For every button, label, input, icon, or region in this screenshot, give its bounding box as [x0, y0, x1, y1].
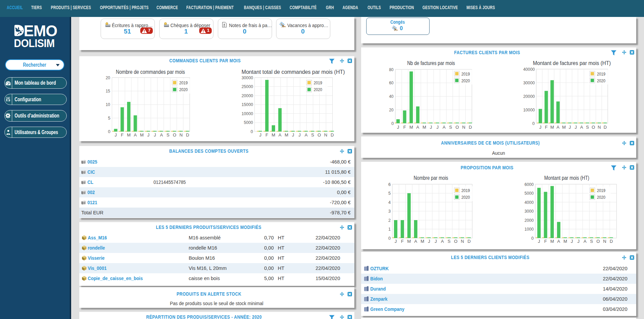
svg-text:F: F — [121, 132, 124, 137]
svg-text:40: 40 — [389, 94, 394, 99]
svg-text:J: J — [571, 239, 573, 244]
svg-text:F: F — [544, 239, 547, 244]
svg-text:5000: 5000 — [524, 191, 534, 196]
svg-text:D: D — [186, 132, 189, 137]
svg-text:2: 2 — [388, 218, 391, 223]
svg-text:2020: 2020 — [597, 195, 605, 200]
svg-text:15: 15 — [106, 88, 110, 93]
svg-text:30000: 30000 — [523, 80, 535, 85]
svg-text:A: A — [442, 125, 445, 130]
svg-text:0: 0 — [251, 129, 253, 134]
svg-text:20: 20 — [389, 107, 394, 112]
svg-text:N: N — [461, 239, 464, 244]
svg-text:A: A — [134, 132, 137, 137]
svg-text:N: N — [462, 125, 465, 130]
svg-text:5000: 5000 — [244, 120, 253, 125]
svg-text:A: A — [305, 132, 308, 137]
svg-text:D: D — [331, 132, 334, 137]
svg-text:M: M — [420, 239, 424, 244]
svg-text:5: 5 — [108, 115, 110, 121]
svg-text:D: D — [604, 125, 607, 130]
svg-text:J: J — [397, 125, 399, 130]
svg-text:1: 1 — [388, 227, 391, 232]
svg-text:2019: 2019 — [597, 188, 605, 193]
svg-text:A: A — [580, 125, 583, 130]
svg-text:2019: 2019 — [314, 80, 322, 85]
svg-text:2019: 2019 — [179, 80, 188, 85]
svg-text:D: D — [468, 239, 471, 244]
svg-text:Montant de factures par mois (: Montant de factures par mois (HT) — [533, 60, 611, 66]
svg-text:J: J — [395, 239, 397, 244]
svg-text:25000: 25000 — [242, 84, 253, 89]
svg-text:M: M — [272, 132, 275, 137]
svg-text:J: J — [539, 125, 542, 130]
svg-text:O: O — [592, 125, 595, 130]
svg-text:6000: 6000 — [524, 182, 534, 187]
svg-text:S: S — [590, 239, 593, 244]
svg-text:Montant total de commandes par: Montant total de commandes par mois (HT) — [242, 69, 345, 75]
svg-text:Nombre de commandes par mois: Nombre de commandes par mois — [116, 69, 185, 75]
svg-text:30000: 30000 — [242, 75, 253, 80]
svg-text:3000: 3000 — [524, 209, 534, 214]
svg-text:M: M — [550, 239, 554, 244]
svg-text:4000: 4000 — [524, 200, 534, 205]
svg-text:Montant par mois (HT): Montant par mois (HT) — [544, 175, 589, 181]
svg-text:F: F — [403, 125, 406, 130]
svg-text:A: A — [557, 125, 560, 130]
svg-text:10000: 10000 — [242, 111, 253, 116]
svg-text:5: 5 — [388, 191, 391, 196]
svg-text:M: M — [285, 132, 288, 137]
svg-text:10000: 10000 — [523, 107, 535, 112]
svg-text:J: J — [147, 132, 150, 137]
svg-text:N: N — [324, 132, 327, 137]
svg-text:J: J — [259, 132, 262, 137]
svg-text:A: A — [160, 132, 163, 137]
svg-text:A: A — [441, 239, 444, 244]
svg-text:S: S — [311, 132, 314, 137]
svg-text:J: J — [436, 125, 439, 130]
svg-text:A: A — [583, 239, 586, 244]
svg-text:80: 80 — [389, 67, 394, 72]
svg-text:J: J — [428, 239, 430, 244]
svg-text:J: J — [538, 239, 540, 244]
svg-text:2019: 2019 — [461, 71, 470, 77]
svg-text:A: A — [278, 132, 282, 137]
svg-text:10: 10 — [106, 102, 110, 107]
svg-text:2020: 2020 — [461, 78, 470, 83]
svg-text:6: 6 — [388, 182, 391, 187]
svg-text:J: J — [430, 125, 432, 130]
svg-text:3: 3 — [388, 209, 391, 214]
svg-text:M: M — [563, 239, 567, 244]
svg-text:1000: 1000 — [524, 227, 534, 232]
svg-text:F: F — [545, 125, 547, 130]
svg-text:2020: 2020 — [597, 78, 605, 83]
svg-text:20000: 20000 — [523, 94, 535, 99]
svg-text:S: S — [449, 125, 452, 130]
svg-text:0: 0 — [532, 121, 535, 126]
svg-text:15000: 15000 — [242, 102, 253, 107]
svg-text:M: M — [422, 125, 426, 130]
svg-text:O: O — [317, 132, 321, 137]
svg-text:J: J — [577, 239, 580, 244]
svg-text:J: J — [569, 125, 571, 130]
svg-text:2000: 2000 — [524, 218, 534, 223]
svg-text:F: F — [266, 132, 268, 137]
svg-text:J: J — [435, 239, 437, 244]
svg-text:2020: 2020 — [461, 195, 470, 200]
svg-text:20000: 20000 — [242, 93, 253, 98]
svg-text:2019: 2019 — [597, 71, 605, 77]
svg-text:2019: 2019 — [461, 188, 470, 193]
svg-text:N: N — [598, 125, 601, 130]
svg-text:M: M — [562, 125, 566, 130]
svg-text:0: 0 — [388, 236, 391, 241]
svg-text:0: 0 — [108, 129, 110, 134]
svg-text:J: J — [298, 132, 301, 137]
svg-text:A: A — [557, 239, 560, 244]
svg-text:S: S — [586, 125, 589, 130]
svg-text:Nombre par mois: Nombre par mois — [414, 175, 448, 181]
svg-text:J: J — [575, 125, 577, 130]
svg-text:F: F — [401, 239, 404, 244]
svg-text:S: S — [167, 132, 170, 137]
svg-text:J: J — [292, 132, 294, 137]
svg-text:2020: 2020 — [179, 87, 188, 92]
